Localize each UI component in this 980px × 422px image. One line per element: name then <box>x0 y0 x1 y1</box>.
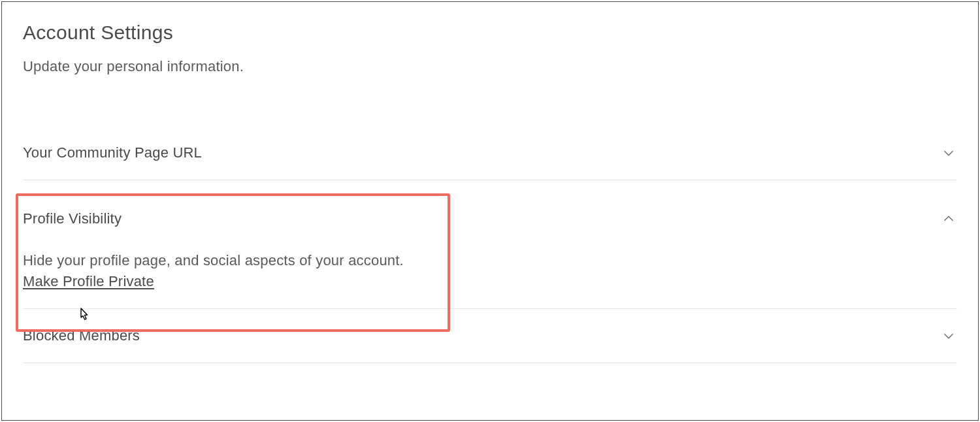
accordion-header-profile-visibility[interactable]: Profile Visibility <box>23 192 957 252</box>
settings-panel: Account Settings Update your personal in… <box>1 1 979 421</box>
accordion-title: Blocked Members <box>23 327 140 344</box>
accordion-section-community-url: Your Community Page URL <box>23 126 957 180</box>
accordion-section-profile-visibility: Profile Visibility Hide your profile pag… <box>23 180 957 309</box>
chevron-down-icon <box>941 146 956 160</box>
chevron-down-icon <box>941 329 956 343</box>
accordion-section-blocked-members: Blocked Members <box>23 309 957 363</box>
accordion-title: Your Community Page URL <box>23 144 202 161</box>
profile-visibility-description: Hide your profile page, and social aspec… <box>23 252 957 269</box>
accordion-title: Profile Visibility <box>23 210 122 227</box>
chevron-up-icon <box>941 212 956 226</box>
accordion-header-blocked-members[interactable]: Blocked Members <box>23 309 957 363</box>
accordion-body-profile-visibility: Hide your profile page, and social aspec… <box>23 252 957 308</box>
page-subtitle: Update your personal information. <box>23 58 957 75</box>
page-title: Account Settings <box>23 22 957 44</box>
accordion-header-community-url[interactable]: Your Community Page URL <box>23 126 957 180</box>
make-profile-private-link[interactable]: Make Profile Private <box>23 273 154 290</box>
